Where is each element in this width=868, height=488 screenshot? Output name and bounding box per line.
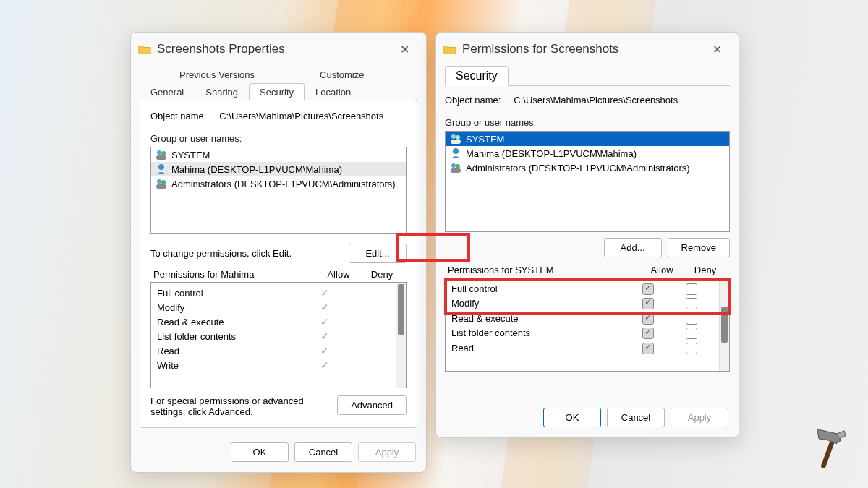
deny-checkbox[interactable] — [686, 328, 697, 339]
allow-check-icon: ✓ — [303, 330, 346, 342]
svg-rect-13 — [451, 168, 461, 173]
svg-rect-6 — [156, 184, 166, 189]
deny-checkbox[interactable] — [686, 343, 697, 354]
permission-row: List folder contents✓ — [151, 329, 396, 343]
users-icon — [450, 162, 461, 174]
apply-button[interactable]: Apply — [358, 442, 416, 462]
tab-general[interactable]: General — [140, 83, 195, 100]
permission-row: Read & execute✓ — [151, 314, 396, 329]
object-name-value: C:\Users\Mahima\Pictures\Screenshots — [219, 111, 383, 121]
permission-row: Write✓ — [151, 358, 396, 372]
remove-button[interactable]: Remove — [668, 238, 730, 257]
svg-rect-9 — [451, 140, 461, 144]
close-button[interactable]: ✕ — [390, 43, 419, 56]
permissions-for-label: Permissions for SYSTEM — [448, 265, 640, 275]
tab-location[interactable]: Location — [305, 83, 362, 100]
list-item-label: SYSTEM — [466, 134, 504, 145]
deny-column-header: Deny — [684, 265, 727, 275]
add-button[interactable]: Add... — [604, 238, 662, 257]
permission-row: Modify✓ — [151, 300, 396, 314]
deny-column-header: Deny — [360, 269, 404, 280]
titlebar: Permissions for Screenshots ✕ — [436, 33, 739, 61]
allow-check-icon: ✓ — [303, 301, 346, 313]
list-item[interactable]: SYSTEM — [446, 132, 729, 146]
svg-point-3 — [158, 164, 164, 170]
svg-rect-2 — [156, 155, 166, 160]
list-item[interactable]: Administrators (DESKTOP-L1PVUCM\Administ… — [151, 176, 406, 191]
list-item[interactable]: SYSTEM — [151, 147, 406, 162]
advanced-hint: For special permissions or advanced sett… — [150, 395, 324, 417]
ok-button[interactable]: OK — [231, 442, 289, 462]
security-tab-pane: Object name: C:\Users\Mahima\Pictures\Sc… — [140, 100, 417, 428]
permission-row: Full control✓ — [151, 286, 396, 300]
allow-check-icon: ✓ — [303, 287, 346, 299]
properties-dialog: Screenshots Properties ✕ Previous Versio… — [130, 32, 427, 473]
object-name-label: Object name: — [150, 111, 206, 121]
permission-row: List folder contents — [446, 326, 719, 341]
group-users-label: Group or user names: — [150, 133, 407, 144]
list-item[interactable]: Mahima (DESKTOP-L1PVUCM\Mahima) — [151, 162, 406, 176]
allow-checkbox[interactable] — [642, 328, 654, 339]
tab-security[interactable]: Security — [249, 83, 305, 100]
svg-point-8 — [456, 135, 460, 140]
svg-point-0 — [157, 150, 161, 155]
scrollbar[interactable] — [396, 283, 406, 388]
cancel-button[interactable]: Cancel — [607, 408, 665, 427]
hammer-icon — [801, 423, 852, 474]
svg-point-12 — [456, 164, 460, 168]
highlight-edit-button — [396, 233, 470, 262]
tab-customize[interactable]: Customize — [309, 66, 375, 83]
svg-point-7 — [451, 134, 456, 139]
allow-check-icon: ✓ — [303, 359, 346, 371]
list-item-label: Administrators (DESKTOP-L1PVUCM\Administ… — [171, 179, 396, 189]
svg-point-4 — [157, 179, 161, 184]
advanced-button[interactable]: Advanced — [337, 395, 407, 415]
object-name-label: Object name: — [445, 95, 501, 106]
allow-column-header: Allow — [640, 265, 684, 275]
svg-point-1 — [161, 151, 166, 155]
list-item-label: Mahima (DESKTOP-L1PVUCM\Mahima) — [171, 164, 342, 175]
users-listbox[interactable]: SYSTEM Mahima (DESKTOP-L1PVUCM\Mahima) A… — [445, 131, 730, 232]
list-item[interactable]: Mahima (DESKTOP-L1PVUCM\Mahima) — [446, 146, 729, 160]
apply-button[interactable]: Apply — [671, 408, 728, 427]
permission-row: Read — [446, 341, 719, 356]
cancel-button[interactable]: Cancel — [294, 442, 352, 462]
svg-point-10 — [453, 148, 459, 154]
list-item-label: SYSTEM — [171, 150, 210, 160]
change-permissions-hint: To change permissions, click Edit. — [150, 248, 292, 259]
users-icon — [156, 178, 167, 189]
permissions-for-label: Permissions for Mahima — [153, 269, 317, 280]
group-users-label: Group or user names: — [445, 117, 730, 128]
folder-icon — [138, 44, 151, 54]
titlebar: Screenshots Properties ✕ — [131, 33, 426, 61]
permissions-dialog: Permissions for Screenshots ✕ Security O… — [435, 32, 739, 438]
dialog-title: Permissions for Screenshots — [462, 42, 697, 56]
allow-checkbox[interactable] — [642, 343, 654, 354]
user-icon — [450, 147, 461, 159]
tab-security[interactable]: Security — [445, 66, 509, 86]
allow-check-icon: ✓ — [303, 345, 346, 356]
users-listbox[interactable]: SYSTEM Mahima (DESKTOP-L1PVUCM\Mahima) A… — [150, 147, 407, 234]
user-icon — [156, 163, 167, 175]
allow-column-header: Allow — [317, 269, 360, 280]
ok-button[interactable]: OK — [543, 408, 601, 427]
close-button[interactable]: ✕ — [702, 43, 731, 56]
permissions-listbox: Full control✓ Modify✓ Read & execute✓ Li… — [150, 282, 407, 388]
users-icon — [450, 133, 461, 145]
permission-row: Read✓ — [151, 343, 396, 358]
svg-rect-14 — [820, 439, 835, 468]
users-icon — [156, 149, 167, 160]
list-item-label: Mahima (DESKTOP-L1PVUCM\Mahima) — [466, 148, 637, 159]
list-item[interactable]: Administrators (DESKTOP-L1PVUCM\Administ… — [446, 160, 729, 175]
tab-strip: Previous Versions Customize General Shar… — [140, 66, 417, 100]
allow-check-icon: ✓ — [303, 316, 346, 328]
tab-previous-versions[interactable]: Previous Versions — [169, 66, 265, 83]
object-name-value: C:\Users\Mahima\Pictures\Screenshots — [514, 95, 678, 106]
list-item-label: Administrators (DESKTOP-L1PVUCM\Administ… — [466, 163, 690, 174]
svg-point-5 — [161, 180, 166, 184]
folder-icon — [443, 44, 456, 54]
scrollbar-thumb[interactable] — [398, 284, 404, 335]
highlight-full-control-row — [444, 278, 731, 315]
tab-sharing[interactable]: Sharing — [195, 83, 249, 100]
svg-point-11 — [451, 163, 456, 168]
